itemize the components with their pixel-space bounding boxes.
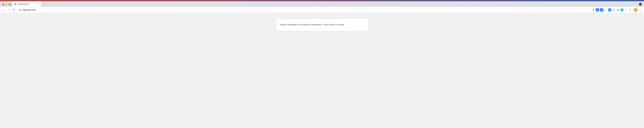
window-close-button[interactable]	[2, 4, 4, 5]
url-text: mihanwp.com	[22, 9, 36, 11]
extensions-row: ★@⇄9+≡GW◉G◡✦	[592, 8, 632, 12]
window-maximize-button[interactable]	[9, 4, 11, 5]
svg-point-4	[640, 10, 641, 11]
new-tab-button[interactable]	[42, 2, 46, 6]
browser-menu-button[interactable]	[638, 8, 643, 12]
ext-pocket-icon[interactable]: ◡	[624, 8, 628, 12]
bookmark-star-icon[interactable]: ★	[592, 8, 595, 12]
ext-translate-badge-icon[interactable]: ⇄9+	[600, 8, 603, 12]
ext-grammarly-icon[interactable]: G	[620, 8, 624, 12]
svg-point-2	[640, 9, 641, 9]
tab-title: Maintenance	[18, 3, 36, 5]
maintenance-message: Briefly unavailable for scheduled mainte…	[280, 23, 364, 26]
window-accent-strip	[0, 0, 644, 1]
forward-button[interactable]	[6, 8, 11, 12]
svg-point-3	[640, 10, 641, 10]
ext-gtranslate-icon[interactable]: G	[608, 8, 611, 12]
browser-tab[interactable]: Maintenance	[12, 2, 41, 7]
address-bar[interactable]: mihanwp.com	[17, 8, 38, 12]
svg-point-1	[635, 9, 636, 10]
window-minimize-button[interactable]	[6, 4, 8, 5]
browser-toolbar: mihanwp.com ★@⇄9+≡GW◉G◡✦	[0, 7, 644, 13]
reload-button[interactable]	[11, 8, 16, 12]
traffic-lights	[1, 4, 12, 7]
tab-close-button[interactable]	[37, 3, 39, 6]
maintenance-message-box: Briefly unavailable for scheduled mainte…	[276, 18, 368, 31]
ext-flag-icon[interactable]: ≡	[604, 8, 607, 12]
lock-icon	[19, 9, 21, 11]
ext-at-icon[interactable]: @	[596, 8, 599, 12]
page-content: Briefly unavailable for scheduled mainte…	[0, 13, 644, 128]
globe-icon	[14, 3, 17, 6]
tabs-dropdown-button[interactable]	[639, 3, 642, 6]
profile-avatar[interactable]	[634, 8, 638, 12]
tab-strip: Maintenance	[0, 1, 644, 7]
ext-puzzle-icon[interactable]: ✦	[628, 8, 632, 12]
ext-wordpress-icon[interactable]: W	[612, 8, 616, 12]
ext-camera-icon[interactable]: ◉	[616, 8, 620, 12]
back-button[interactable]	[1, 8, 6, 12]
